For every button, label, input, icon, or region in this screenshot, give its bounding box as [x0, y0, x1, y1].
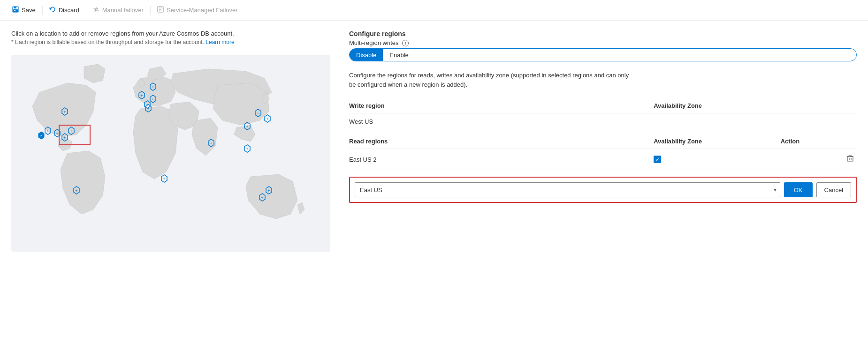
new-region-selection-row: East US East US 2 West US West US 2 Nort… [349, 177, 857, 203]
svg-text:+: + [246, 124, 248, 129]
svg-text:+: + [46, 129, 49, 134]
read-regions-table: Read regions Availability Zone Action Ea… [349, 134, 857, 170]
svg-text:+: + [75, 188, 77, 193]
marker-south-africa[interactable]: + [161, 175, 167, 182]
write-region-action [781, 113, 857, 130]
ok-button[interactable]: OK [784, 182, 813, 197]
delete-region-button[interactable] [844, 154, 857, 165]
write-region-value: West US [349, 113, 654, 130]
svg-text:+: + [261, 195, 263, 200]
marker-west-us[interactable]: ✓ [38, 132, 44, 139]
marker-east-us[interactable]: + [69, 127, 74, 134]
read-regions-header-row: Read regions Availability Zone Action [349, 134, 857, 149]
svg-rect-48 [847, 157, 853, 161]
regions-table-section: Write region Availability Zone West US [349, 95, 857, 170]
divider-3 [150, 6, 151, 15]
config-description: Configure the regions for reads, writes … [349, 71, 631, 89]
svg-text:✓: ✓ [40, 134, 43, 138]
discard-button[interactable]: Discard [45, 4, 84, 16]
manual-failover-icon [93, 6, 99, 14]
marker-japan[interactable]: + [265, 115, 270, 122]
svg-text:+: + [210, 141, 212, 146]
write-action-col-header [781, 98, 857, 113]
svg-text:+: + [152, 97, 154, 102]
read-action-col-header: Action [781, 134, 857, 149]
svg-text:+: + [63, 110, 66, 114]
az-checkbox[interactable]: ✓ [654, 156, 661, 163]
marker-east-us-2[interactable]: + [62, 134, 68, 141]
save-icon [12, 6, 19, 14]
marker-india[interactable]: + [208, 139, 214, 147]
marker-korea[interactable]: + [255, 109, 261, 117]
config-description-section: Configure the regions for reads, writes … [349, 71, 857, 89]
manual-failover-label: Manual failover [102, 7, 144, 14]
instructions: Click on a location to add or remove reg… [11, 30, 330, 47]
table-row: East US 2 ✓ [349, 149, 857, 170]
cancel-button[interactable]: Cancel [816, 182, 851, 197]
multi-region-toggle: Disable Enable [349, 48, 857, 61]
disable-toggle-button[interactable]: Disable [350, 49, 383, 61]
main-layout: Click on a location to add or remove reg… [0, 21, 868, 351]
read-region-action [781, 149, 857, 170]
write-region-row: West US [349, 113, 857, 130]
region-select-wrapper: East US East US 2 West US West US 2 Nort… [355, 182, 780, 197]
divider-2 [86, 6, 86, 15]
left-panel: Click on a location to add or remove reg… [11, 30, 330, 342]
save-label: Save [22, 7, 36, 14]
multi-region-writes-row: Multi-region writes i [349, 39, 857, 46]
marker-france[interactable]: + [145, 105, 151, 112]
learn-more-link[interactable]: Learn more [206, 39, 234, 45]
save-button[interactable]: Save [8, 4, 40, 16]
write-region-header-row: Write region Availability Zone [349, 98, 857, 113]
write-region-col-header: Write region [349, 98, 654, 113]
marker-norway[interactable]: + [150, 83, 156, 90]
svg-text:+: + [147, 106, 149, 111]
multi-region-writes-label: Multi-region writes [349, 39, 398, 46]
manual-failover-button[interactable]: Manual failover [88, 4, 148, 16]
service-managed-icon [157, 6, 164, 14]
svg-rect-3 [14, 10, 15, 11]
world-map-svg [11, 55, 330, 252]
service-managed-failover-label: Service-Managed Failover [167, 7, 238, 14]
instruction-main: Click on a location to add or remove reg… [11, 30, 330, 37]
marker-southeast-asia[interactable]: + [244, 145, 250, 152]
right-panel: Configure regions Multi-region writes i … [349, 30, 857, 342]
svg-text:+: + [140, 93, 143, 98]
marker-brazil[interactable]: + [74, 187, 79, 194]
svg-text:+: + [63, 135, 66, 140]
discard-label: Discard [59, 7, 79, 14]
region-select[interactable]: East US East US 2 West US West US 2 Nort… [355, 182, 780, 197]
marker-canada[interactable]: + [62, 108, 68, 115]
map-container[interactable]: ✓ + + + [11, 55, 330, 252]
marker-australia-se[interactable]: + [259, 194, 265, 201]
multi-region-info-icon[interactable]: i [402, 40, 409, 46]
marker-east-asia[interactable]: + [244, 122, 250, 130]
read-region-name: East US 2 [349, 149, 654, 170]
read-az-col-header: Availability Zone [654, 134, 781, 149]
configure-regions-section: Configure regions Multi-region writes i … [349, 30, 857, 61]
write-az-col-header: Availability Zone [654, 98, 781, 113]
svg-text:+: + [56, 131, 58, 136]
marker-north-europe[interactable]: + [150, 95, 156, 103]
service-managed-failover-button[interactable]: Service-Managed Failover [152, 4, 243, 16]
svg-rect-1 [14, 7, 16, 8]
write-region-az [654, 113, 781, 130]
read-regions-col-header: Read regions [349, 134, 654, 149]
svg-text:+: + [257, 111, 259, 116]
marker-central-us[interactable]: + [54, 129, 60, 137]
read-region-az: ✓ [654, 149, 781, 170]
discard-icon [49, 6, 56, 14]
regions-table: Write region Availability Zone West US [349, 98, 857, 130]
marker-uk[interactable]: + [139, 91, 145, 99]
enable-toggle-button[interactable]: Enable [383, 49, 415, 61]
svg-text:+: + [70, 129, 72, 134]
svg-text:+: + [152, 85, 154, 90]
divider-1 [42, 6, 43, 15]
svg-text:+: + [266, 117, 268, 121]
marker-australia[interactable]: + [266, 187, 272, 194]
instruction-note: * Each region is billable based on the t… [11, 39, 330, 45]
svg-text:+: + [267, 188, 270, 193]
toolbar: Save Discard Manual failover [0, 0, 868, 21]
marker-west-us-2[interactable]: + [45, 127, 51, 134]
svg-text:+: + [163, 177, 165, 181]
